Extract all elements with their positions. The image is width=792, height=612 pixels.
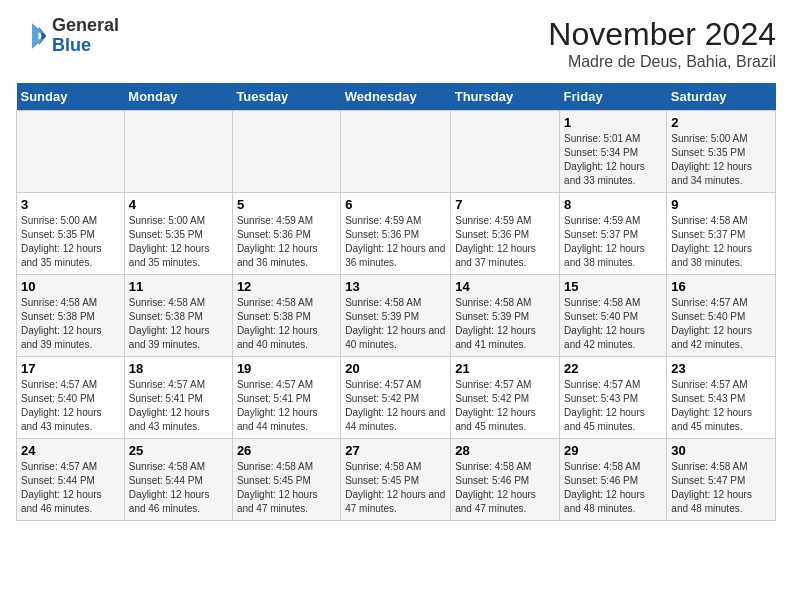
day-info: Sunrise: 5:00 AM Sunset: 5:35 PM Dayligh… <box>671 132 771 188</box>
day-info: Sunrise: 4:58 AM Sunset: 5:45 PM Dayligh… <box>345 460 446 516</box>
day-info: Sunrise: 4:58 AM Sunset: 5:39 PM Dayligh… <box>345 296 446 352</box>
day-number: 1 <box>564 115 662 130</box>
day-info: Sunrise: 4:58 AM Sunset: 5:40 PM Dayligh… <box>564 296 662 352</box>
weekday-header-wednesday: Wednesday <box>341 83 451 111</box>
calendar-cell: 25Sunrise: 4:58 AM Sunset: 5:44 PM Dayli… <box>124 439 232 521</box>
calendar-cell <box>451 111 560 193</box>
title-area: November 2024 Madre de Deus, Bahia, Braz… <box>548 16 776 71</box>
calendar-cell: 9Sunrise: 4:58 AM Sunset: 5:37 PM Daylig… <box>667 193 776 275</box>
location-subtitle: Madre de Deus, Bahia, Brazil <box>548 53 776 71</box>
day-number: 22 <box>564 361 662 376</box>
day-info: Sunrise: 4:58 AM Sunset: 5:38 PM Dayligh… <box>129 296 228 352</box>
calendar-cell: 30Sunrise: 4:58 AM Sunset: 5:47 PM Dayli… <box>667 439 776 521</box>
calendar-cell: 18Sunrise: 4:57 AM Sunset: 5:41 PM Dayli… <box>124 357 232 439</box>
weekday-header-row: SundayMondayTuesdayWednesdayThursdayFrid… <box>17 83 776 111</box>
weekday-header-sunday: Sunday <box>17 83 125 111</box>
logo-text: General Blue <box>52 16 119 56</box>
calendar-cell: 6Sunrise: 4:59 AM Sunset: 5:36 PM Daylig… <box>341 193 451 275</box>
day-info: Sunrise: 4:59 AM Sunset: 5:36 PM Dayligh… <box>455 214 555 270</box>
day-number: 20 <box>345 361 446 376</box>
calendar-cell: 5Sunrise: 4:59 AM Sunset: 5:36 PM Daylig… <box>232 193 340 275</box>
calendar-cell: 22Sunrise: 4:57 AM Sunset: 5:43 PM Dayli… <box>560 357 667 439</box>
calendar-cell: 26Sunrise: 4:58 AM Sunset: 5:45 PM Dayli… <box>232 439 340 521</box>
day-info: Sunrise: 4:58 AM Sunset: 5:45 PM Dayligh… <box>237 460 336 516</box>
calendar-cell: 11Sunrise: 4:58 AM Sunset: 5:38 PM Dayli… <box>124 275 232 357</box>
day-number: 8 <box>564 197 662 212</box>
day-info: Sunrise: 4:59 AM Sunset: 5:36 PM Dayligh… <box>237 214 336 270</box>
day-number: 7 <box>455 197 555 212</box>
day-number: 28 <box>455 443 555 458</box>
day-number: 21 <box>455 361 555 376</box>
logo-blue: Blue <box>52 36 119 56</box>
day-number: 18 <box>129 361 228 376</box>
header: General Blue November 2024 Madre de Deus… <box>16 16 776 71</box>
logo: General Blue <box>16 16 119 56</box>
day-info: Sunrise: 4:57 AM Sunset: 5:43 PM Dayligh… <box>671 378 771 434</box>
calendar-cell: 28Sunrise: 4:58 AM Sunset: 5:46 PM Dayli… <box>451 439 560 521</box>
day-info: Sunrise: 4:57 AM Sunset: 5:40 PM Dayligh… <box>21 378 120 434</box>
calendar-week-4: 17Sunrise: 4:57 AM Sunset: 5:40 PM Dayli… <box>17 357 776 439</box>
calendar-cell: 2Sunrise: 5:00 AM Sunset: 5:35 PM Daylig… <box>667 111 776 193</box>
calendar-cell: 15Sunrise: 4:58 AM Sunset: 5:40 PM Dayli… <box>560 275 667 357</box>
day-number: 25 <box>129 443 228 458</box>
calendar-cell: 23Sunrise: 4:57 AM Sunset: 5:43 PM Dayli… <box>667 357 776 439</box>
day-number: 30 <box>671 443 771 458</box>
day-number: 29 <box>564 443 662 458</box>
day-info: Sunrise: 4:57 AM Sunset: 5:40 PM Dayligh… <box>671 296 771 352</box>
day-number: 26 <box>237 443 336 458</box>
calendar-cell <box>341 111 451 193</box>
calendar-cell: 24Sunrise: 4:57 AM Sunset: 5:44 PM Dayli… <box>17 439 125 521</box>
day-info: Sunrise: 4:57 AM Sunset: 5:42 PM Dayligh… <box>345 378 446 434</box>
day-number: 5 <box>237 197 336 212</box>
day-info: Sunrise: 4:58 AM Sunset: 5:37 PM Dayligh… <box>671 214 771 270</box>
calendar-cell <box>17 111 125 193</box>
day-info: Sunrise: 4:57 AM Sunset: 5:43 PM Dayligh… <box>564 378 662 434</box>
calendar-cell: 16Sunrise: 4:57 AM Sunset: 5:40 PM Dayli… <box>667 275 776 357</box>
calendar-cell: 29Sunrise: 4:58 AM Sunset: 5:46 PM Dayli… <box>560 439 667 521</box>
calendar-cell: 7Sunrise: 4:59 AM Sunset: 5:36 PM Daylig… <box>451 193 560 275</box>
weekday-header-tuesday: Tuesday <box>232 83 340 111</box>
day-number: 2 <box>671 115 771 130</box>
calendar-cell <box>232 111 340 193</box>
day-info: Sunrise: 4:58 AM Sunset: 5:38 PM Dayligh… <box>237 296 336 352</box>
day-number: 10 <box>21 279 120 294</box>
calendar-cell: 19Sunrise: 4:57 AM Sunset: 5:41 PM Dayli… <box>232 357 340 439</box>
day-number: 13 <box>345 279 446 294</box>
day-number: 24 <box>21 443 120 458</box>
calendar-cell: 3Sunrise: 5:00 AM Sunset: 5:35 PM Daylig… <box>17 193 125 275</box>
calendar-cell: 17Sunrise: 4:57 AM Sunset: 5:40 PM Dayli… <box>17 357 125 439</box>
calendar-table: SundayMondayTuesdayWednesdayThursdayFrid… <box>16 83 776 521</box>
month-title: November 2024 <box>548 16 776 53</box>
svg-marker-0 <box>38 26 46 45</box>
calendar-cell: 21Sunrise: 4:57 AM Sunset: 5:42 PM Dayli… <box>451 357 560 439</box>
calendar-week-2: 3Sunrise: 5:00 AM Sunset: 5:35 PM Daylig… <box>17 193 776 275</box>
day-info: Sunrise: 4:58 AM Sunset: 5:47 PM Dayligh… <box>671 460 771 516</box>
calendar-cell: 4Sunrise: 5:00 AM Sunset: 5:35 PM Daylig… <box>124 193 232 275</box>
day-number: 9 <box>671 197 771 212</box>
weekday-header-thursday: Thursday <box>451 83 560 111</box>
day-info: Sunrise: 4:58 AM Sunset: 5:44 PM Dayligh… <box>129 460 228 516</box>
day-number: 3 <box>21 197 120 212</box>
calendar-cell: 27Sunrise: 4:58 AM Sunset: 5:45 PM Dayli… <box>341 439 451 521</box>
day-number: 17 <box>21 361 120 376</box>
svg-marker-1 <box>32 23 43 49</box>
calendar-cell: 10Sunrise: 4:58 AM Sunset: 5:38 PM Dayli… <box>17 275 125 357</box>
calendar-cell <box>124 111 232 193</box>
day-info: Sunrise: 5:00 AM Sunset: 5:35 PM Dayligh… <box>21 214 120 270</box>
day-info: Sunrise: 5:01 AM Sunset: 5:34 PM Dayligh… <box>564 132 662 188</box>
weekday-header-monday: Monday <box>124 83 232 111</box>
day-number: 12 <box>237 279 336 294</box>
calendar-body: 1Sunrise: 5:01 AM Sunset: 5:34 PM Daylig… <box>17 111 776 521</box>
day-number: 6 <box>345 197 446 212</box>
logo-icon <box>16 20 48 52</box>
day-info: Sunrise: 4:59 AM Sunset: 5:36 PM Dayligh… <box>345 214 446 270</box>
day-info: Sunrise: 4:58 AM Sunset: 5:46 PM Dayligh… <box>455 460 555 516</box>
logo-general: General <box>52 16 119 36</box>
day-info: Sunrise: 4:57 AM Sunset: 5:42 PM Dayligh… <box>455 378 555 434</box>
day-number: 19 <box>237 361 336 376</box>
day-number: 11 <box>129 279 228 294</box>
day-number: 16 <box>671 279 771 294</box>
calendar-cell: 1Sunrise: 5:01 AM Sunset: 5:34 PM Daylig… <box>560 111 667 193</box>
day-info: Sunrise: 4:59 AM Sunset: 5:37 PM Dayligh… <box>564 214 662 270</box>
day-info: Sunrise: 4:57 AM Sunset: 5:44 PM Dayligh… <box>21 460 120 516</box>
